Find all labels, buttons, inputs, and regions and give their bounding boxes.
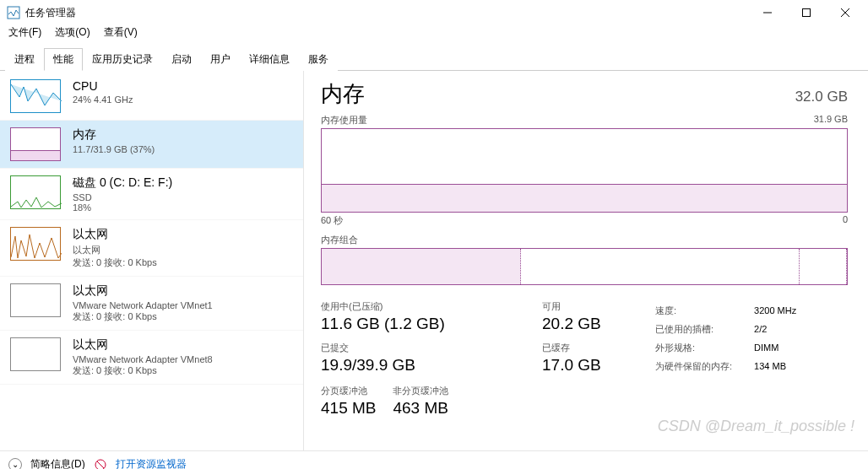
stat-committed: 19.9/39.9 GB: [321, 356, 532, 375]
tabs: 进程 性能 应用历史记录 启动 用户 详细信息 服务: [0, 47, 868, 71]
sidebar[interactable]: CPU24% 4.41 GHz 内存11.7/31.9 GB (37%) 磁盘 …: [0, 71, 304, 450]
sidebar-item-label: 磁盘 0 (C: D: E: F:): [73, 175, 172, 191]
tab-startup[interactable]: 启动: [162, 48, 201, 71]
chevron-down-icon[interactable]: ⌄: [8, 458, 22, 470]
resmon-icon: [94, 458, 107, 470]
tab-processes[interactable]: 进程: [5, 48, 44, 71]
sidebar-item-label: 以太网: [73, 227, 157, 242]
memory-thumb-icon: [10, 127, 61, 161]
stat-in-use: 11.6 GB (1.2 GB): [321, 315, 532, 333]
svg-line-6: [97, 461, 104, 468]
menu-options[interactable]: 选项(O): [55, 25, 90, 42]
memory-composition-chart: [321, 248, 848, 285]
spec-slots: 2/2: [754, 321, 796, 337]
stat-cached: 17.0 GB: [542, 356, 643, 375]
cpu-thumb-icon: [10, 79, 61, 113]
window-title: 任务管理器: [25, 6, 748, 20]
spec-reserved: 134 MB: [754, 358, 796, 375]
spec-table: 速度:3200 MHz 已使用的插槽:2/2 外形规格:DIMM 为硬件保留的内…: [654, 300, 798, 376]
tab-app-history[interactable]: 应用历史记录: [83, 48, 162, 71]
axis-left: 60 秒: [321, 214, 343, 227]
ethernet-thumb-icon: [10, 337, 61, 371]
sidebar-item-label: CPU: [73, 79, 133, 93]
sidebar-item-label: 内存: [73, 127, 155, 143]
page-title: 内存: [321, 79, 365, 109]
tab-users[interactable]: 用户: [201, 48, 240, 71]
ethernet-thumb-icon: [10, 283, 61, 317]
spec-form: DIMM: [754, 339, 796, 356]
main-panel: 内存 32.0 GB 内存使用量31.9 GB 60 秒0 内存组合 使用中(已…: [304, 71, 868, 450]
sidebar-item-ethernet-2[interactable]: 以太网VMware Network Adapter VMnet1发送: 0 接收…: [0, 277, 303, 331]
sidebar-item-cpu[interactable]: CPU24% 4.41 GHz: [0, 73, 303, 121]
stat-available: 20.2 GB: [542, 315, 643, 333]
memory-usage-chart: [321, 128, 848, 213]
chart-usage-label: 内存使用量: [321, 114, 367, 127]
tab-performance[interactable]: 性能: [44, 48, 83, 71]
menubar: 文件(F) 选项(O) 查看(V): [0, 25, 868, 42]
close-button[interactable]: [826, 0, 865, 25]
spec-speed: 3200 MHz: [754, 302, 796, 319]
sidebar-item-disk[interactable]: 磁盘 0 (C: D: E: F:)SSD18%: [0, 169, 303, 220]
app-icon: [7, 6, 20, 19]
disk-thumb-icon: [10, 175, 61, 209]
sidebar-item-label: 以太网: [73, 337, 213, 353]
axis-right: 0: [843, 214, 848, 227]
chart-usage-max: 31.9 GB: [814, 114, 848, 127]
open-resmon-link[interactable]: 打开资源监视器: [116, 457, 187, 469]
composition-label: 内存组合: [321, 234, 848, 246]
ethernet-thumb-icon: [10, 227, 61, 261]
sidebar-item-ethernet-1[interactable]: 以太网以太网发送: 0 接收: 0 Kbps: [0, 220, 303, 277]
sidebar-item-label: 以太网: [73, 283, 213, 299]
menu-file[interactable]: 文件(F): [8, 25, 41, 42]
titlebar: 任务管理器: [0, 0, 868, 25]
minimize-button[interactable]: [748, 0, 787, 25]
brief-info-link[interactable]: 简略信息(D): [30, 457, 85, 469]
svg-rect-2: [803, 9, 811, 17]
stat-nonpaged: 463 MB: [393, 399, 448, 418]
tab-details[interactable]: 详细信息: [240, 48, 299, 71]
menu-view[interactable]: 查看(V): [104, 25, 138, 42]
sidebar-item-memory[interactable]: 内存11.7/31.9 GB (37%): [0, 121, 303, 169]
memory-capacity: 32.0 GB: [795, 89, 848, 105]
tab-services[interactable]: 服务: [299, 48, 338, 71]
stat-paged: 415 MB: [321, 399, 376, 418]
watermark: CSDN @Dream_it_possible !: [658, 418, 854, 435]
maximize-button[interactable]: [787, 0, 826, 25]
sidebar-item-ethernet-3[interactable]: 以太网VMware Network Adapter VMnet8发送: 0 接收…: [0, 331, 303, 385]
footer: ⌄ 简略信息(D) 打开资源监视器: [0, 450, 868, 469]
